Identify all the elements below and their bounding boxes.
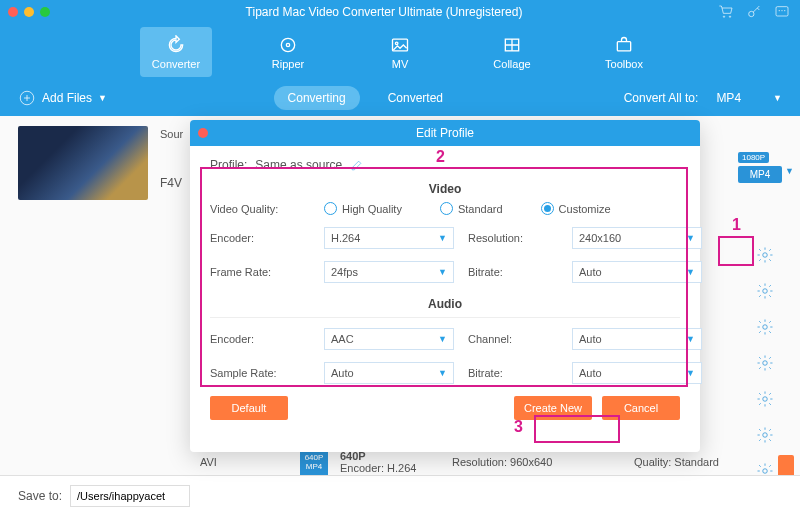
create-new-button[interactable]: Create New (514, 396, 592, 420)
modal-header: Edit Profile (190, 120, 700, 146)
tab-converted[interactable]: Converted (374, 86, 457, 110)
audio-section-title: Audio (210, 297, 680, 311)
video-bitrate-label: Bitrate: (468, 266, 558, 278)
minimize-icon[interactable] (24, 7, 34, 17)
channel-select[interactable]: Auto▼ (572, 328, 702, 350)
chevron-down-icon: ▼ (785, 166, 794, 176)
tab-mv[interactable]: MV (364, 27, 436, 77)
svg-point-5 (395, 42, 398, 45)
svg-point-11 (763, 325, 768, 330)
video-section-title: Video (210, 182, 680, 196)
gear-icon[interactable] (756, 246, 774, 264)
gear-icon[interactable] (756, 390, 774, 408)
toolbar: Add Files ▼ Converting Converted Convert… (0, 80, 800, 116)
profile-label: Profile: (210, 158, 247, 172)
titlebar: Tipard Mac Video Converter Ultimate (Unr… (0, 0, 800, 24)
close-icon[interactable] (198, 128, 208, 138)
tab-label: Collage (493, 58, 530, 70)
category-avi[interactable]: AVI (200, 456, 217, 468)
key-icon[interactable] (746, 4, 762, 20)
save-to-label: Save to: (18, 489, 62, 503)
preset-resolution: Resolution: 960x640 (452, 456, 622, 468)
tab-converter[interactable]: Converter (140, 27, 212, 77)
audio-encoder-select[interactable]: AAC▼ (324, 328, 454, 350)
samplerate-label: Sample Rate: (210, 367, 310, 379)
gear-icon[interactable] (756, 354, 774, 372)
zoom-icon[interactable] (40, 7, 50, 17)
gear-icon[interactable] (756, 318, 774, 336)
video-bitrate-select[interactable]: Auto▼ (572, 261, 702, 283)
profile-value: Same as source (255, 158, 342, 172)
video-encoder-label: Encoder: (210, 232, 310, 244)
source-label: Sour (160, 128, 183, 140)
tab-collage[interactable]: Collage (476, 27, 548, 77)
radio-customize[interactable]: Customize (541, 202, 611, 215)
audio-bitrate-select[interactable]: Auto▼ (572, 362, 702, 384)
framerate-label: Frame Rate: (210, 266, 310, 278)
resolution-label: Resolution: (468, 232, 558, 244)
tab-label: MV (392, 58, 409, 70)
modal-title: Edit Profile (416, 126, 474, 140)
svg-point-0 (749, 11, 754, 16)
gear-icon[interactable] (756, 426, 774, 444)
radio-high-quality[interactable]: High Quality (324, 202, 402, 215)
format-box: MP4 (738, 166, 782, 183)
divider (210, 317, 680, 318)
settings-column (756, 246, 774, 480)
audio-encoder-label: Encoder: (210, 333, 310, 345)
annotation-3: 3 (514, 418, 523, 436)
default-button[interactable]: Default (210, 396, 288, 420)
app-title: Tipard Mac Video Converter Ultimate (Unr… (246, 5, 523, 19)
svg-point-10 (763, 289, 768, 294)
feedback-icon[interactable] (774, 4, 790, 20)
svg-point-13 (763, 397, 768, 402)
close-icon[interactable] (8, 7, 18, 17)
svg-point-3 (286, 43, 289, 46)
tab-converting[interactable]: Converting (274, 86, 360, 110)
chevron-down-icon: ▼ (773, 93, 782, 103)
format-label: F4V (160, 176, 182, 190)
gear-icon[interactable] (756, 282, 774, 300)
resolution-badge: 1080P (738, 152, 769, 163)
tab-label: Toolbox (605, 58, 643, 70)
svg-point-15 (763, 469, 768, 474)
convert-all-label: Convert All to: (624, 91, 699, 105)
add-files-label: Add Files (42, 91, 92, 105)
convert-all-select[interactable]: Convert All to: MP4 ▼ (624, 91, 782, 105)
main-tabs: Converter Ripper MV Collage Toolbox (0, 24, 800, 80)
video-quality-label: Video Quality: (210, 203, 310, 215)
preset-quality: Quality: Standard (634, 456, 744, 468)
radio-standard[interactable]: Standard (440, 202, 503, 215)
tab-toolbox[interactable]: Toolbox (588, 27, 660, 77)
output-format-button[interactable]: 1080P MP4 ▼ (738, 146, 782, 180)
framerate-select[interactable]: 24fps▼ (324, 261, 454, 283)
edit-icon[interactable] (350, 159, 363, 172)
state-tabs: Converting Converted (274, 86, 457, 110)
annotation-1: 1 (732, 216, 741, 234)
svg-point-2 (281, 38, 294, 51)
channel-label: Channel: (468, 333, 558, 345)
video-thumbnail[interactable] (18, 126, 148, 200)
svg-point-9 (763, 253, 768, 258)
samplerate-select[interactable]: Auto▼ (324, 362, 454, 384)
svg-rect-7 (617, 41, 630, 50)
edit-profile-modal: Edit Profile Profile: Same as source Vid… (190, 120, 700, 452)
resolution-select[interactable]: 240x160▼ (572, 227, 702, 249)
save-bar: Save to: (0, 475, 800, 515)
profile-row: Profile: Same as source (210, 158, 680, 172)
modal-footer: Default Create New Cancel (190, 396, 700, 434)
video-quality-radios: High Quality Standard Customize (324, 202, 702, 215)
svg-point-14 (763, 433, 768, 438)
preset-encoder: Encoder: H.264 (340, 462, 440, 474)
annotation-2: 2 (436, 148, 445, 166)
cart-icon[interactable] (718, 4, 734, 20)
convert-all-value: MP4 (716, 91, 741, 105)
video-encoder-select[interactable]: H.264▼ (324, 227, 454, 249)
tab-ripper[interactable]: Ripper (252, 27, 324, 77)
save-path-input[interactable] (70, 485, 190, 507)
add-files-button[interactable]: Add Files ▼ (18, 89, 107, 107)
cancel-button[interactable]: Cancel (602, 396, 680, 420)
tab-label: Converter (152, 58, 200, 70)
traffic-lights (8, 7, 50, 17)
chevron-down-icon[interactable]: ▼ (98, 93, 107, 103)
